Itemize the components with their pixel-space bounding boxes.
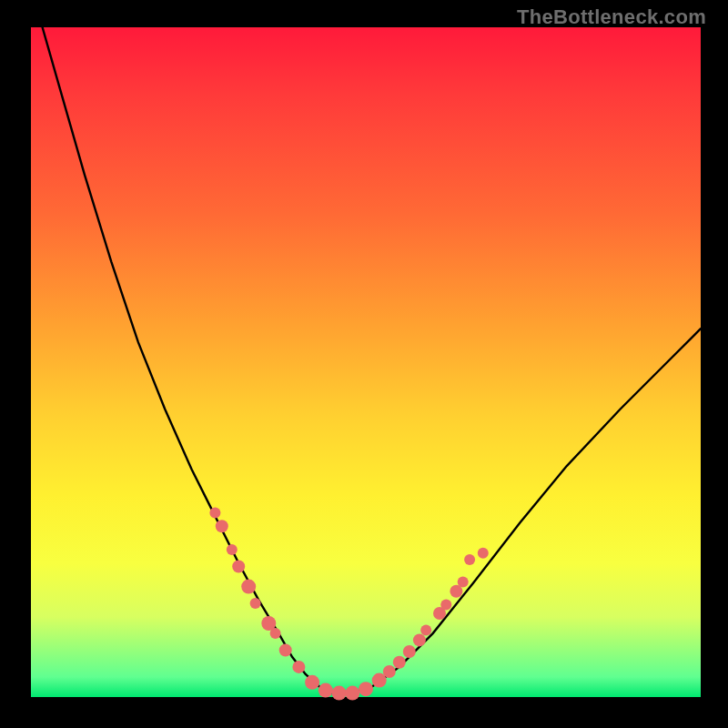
data-point <box>305 675 319 690</box>
data-point <box>403 645 416 658</box>
data-point <box>216 520 228 532</box>
data-point <box>440 599 451 610</box>
data-point <box>270 628 281 639</box>
curve-series <box>31 0 701 693</box>
data-point <box>383 665 396 678</box>
bottleneck-chart <box>0 0 728 728</box>
bottleneck-curve-path <box>31 0 701 693</box>
data-point <box>420 624 431 635</box>
data-point <box>478 548 489 559</box>
data-point <box>413 633 426 646</box>
data-point <box>359 682 373 696</box>
data-points <box>209 508 488 701</box>
data-point <box>464 554 475 565</box>
data-point <box>458 576 469 587</box>
data-point <box>318 683 333 698</box>
data-point <box>345 686 359 701</box>
data-point <box>209 508 220 519</box>
data-point <box>279 644 292 657</box>
data-point <box>232 561 245 573</box>
data-point <box>227 544 238 555</box>
data-point <box>332 686 347 701</box>
data-point <box>292 661 305 673</box>
data-point <box>393 656 406 669</box>
data-point <box>241 580 256 594</box>
data-point <box>250 598 261 609</box>
